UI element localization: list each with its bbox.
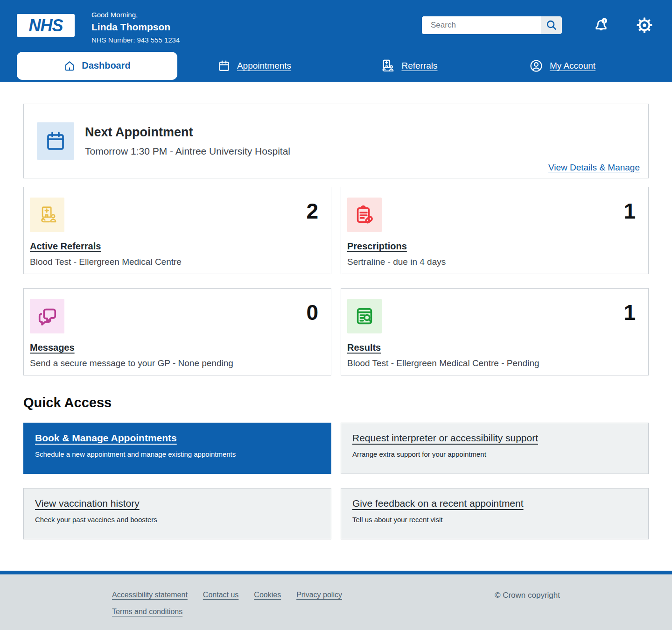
give-feedback-description: Tell us about your recent visit <box>352 516 637 524</box>
active-referrals-count: 2 <box>306 200 318 222</box>
chat-bubbles-icon <box>36 305 58 327</box>
user-name: Linda Thompson <box>91 21 180 33</box>
terms-and-conditions-link[interactable]: Terms and conditions <box>112 608 182 616</box>
prescriptions-card: 1 Prescriptions Sertraline - due in 4 da… <box>341 187 649 274</box>
request-interpreter-description: Arrange extra support for your appointme… <box>352 450 637 458</box>
main-nav: Dashboard Appointments <box>17 44 653 80</box>
give-feedback-link[interactable]: Give feedback on a recent appointment <box>352 498 524 509</box>
nav-appointments[interactable]: Appointments <box>177 58 331 74</box>
give-feedback-card[interactable]: Give feedback on a recent appointment Te… <box>341 488 649 539</box>
accessibility-statement-link[interactable]: Accessibility statement <box>112 591 188 599</box>
referral-icon <box>379 58 395 74</box>
prescriptions-link[interactable]: Prescriptions <box>347 241 407 252</box>
prescription-icon-box <box>347 198 382 232</box>
referral-icon-box <box>30 198 64 232</box>
nav-my-account[interactable]: My Account <box>485 58 639 74</box>
prescriptions-count: 1 <box>623 200 636 222</box>
messages-count: 0 <box>306 302 318 323</box>
privacy-policy-link[interactable]: Privacy policy <box>296 591 342 599</box>
search-icon <box>546 19 558 31</box>
results-icon-box <box>347 299 382 333</box>
messages-card: 0 Messages Send a secure message to your… <box>23 288 331 375</box>
prescription-clipboard-pill-icon <box>354 204 375 226</box>
request-interpreter-card[interactable]: Request interpreter or accessibility sup… <box>341 423 649 474</box>
calendar-icon <box>217 59 231 72</box>
calendar-icon <box>44 130 67 152</box>
greeting-text: Good Morning, <box>91 11 180 19</box>
vaccination-history-description: Check your past vaccines and boosters <box>35 516 320 524</box>
search-input[interactable] <box>422 16 541 34</box>
nav-dashboard[interactable]: Dashboard <box>17 52 177 80</box>
results-card: 1 Results Blood Test - Ellergreen Medica… <box>341 288 649 375</box>
search-button[interactable] <box>541 16 562 34</box>
contact-us-link[interactable]: Contact us <box>203 591 238 599</box>
book-manage-appointments-card[interactable]: Book & Manage Appointments Schedule a ne… <box>23 423 331 474</box>
main-content: Next Appointment Tomorrow 1:30 PM - Aint… <box>0 104 672 539</box>
quick-access-grid: Book & Manage Appointments Schedule a ne… <box>23 423 649 539</box>
active-referrals-link[interactable]: Active Referrals <box>30 241 101 252</box>
results-description: Blood Test - Ellergreen Medical Centre -… <box>347 358 636 368</box>
book-manage-appointments-link[interactable]: Book & Manage Appointments <box>35 432 177 444</box>
active-referrals-description: Blood Test - Ellergreen Medical Centre <box>30 257 318 267</box>
footer-divider <box>0 571 672 574</box>
gear-icon <box>636 16 653 34</box>
svg-text:!: ! <box>603 18 605 23</box>
app-header: NHS Good Morning, Linda Thompson NHS Num… <box>0 0 672 82</box>
messages-description: Send a secure message to your GP - None … <box>30 358 318 368</box>
request-interpreter-link[interactable]: Request interpreter or accessibility sup… <box>352 432 538 444</box>
active-referrals-card: 2 Active Referrals Blood Test - Ellergre… <box>23 187 331 274</box>
nav-referrals-label: Referrals <box>401 61 437 71</box>
vaccination-history-link[interactable]: View vaccination history <box>35 498 140 509</box>
nhs-number: NHS Number: 943 555 1234 <box>91 36 180 44</box>
notifications-button[interactable]: ! <box>593 16 609 34</box>
user-greeting-block: Good Morning, Linda Thompson NHS Number:… <box>91 10 180 44</box>
crown-copyright: © Crown copyright <box>495 591 560 600</box>
stats-grid: 2 Active Referrals Blood Test - Ellergre… <box>23 187 649 375</box>
nav-appointments-label: Appointments <box>237 61 291 71</box>
next-appointment-card: Next Appointment Tomorrow 1:30 PM - Aint… <box>23 104 649 178</box>
document-search-icon <box>354 305 375 327</box>
search-box <box>422 16 562 34</box>
nhs-logo[interactable]: NHS <box>17 14 75 37</box>
home-icon <box>63 60 76 72</box>
next-appointment-icon-box <box>37 122 74 160</box>
nav-my-account-label: My Account <box>550 61 595 71</box>
messages-icon-box <box>30 299 64 333</box>
referral-icon <box>36 204 58 226</box>
footer-links-row: Accessibility statement Contact us Cooki… <box>112 591 342 599</box>
prescriptions-description: Sertraline - due in 4 days <box>347 257 636 267</box>
book-manage-appointments-description: Schedule a new appointment and manage ex… <box>35 450 320 458</box>
nav-referrals[interactable]: Referrals <box>331 58 485 74</box>
page-footer: Accessibility statement Contact us Cooki… <box>0 571 672 630</box>
next-appointment-title: Next Appointment <box>85 125 290 140</box>
next-appointment-details: Tomorrow 1:30 PM - Aintree University Ho… <box>85 146 290 157</box>
results-link[interactable]: Results <box>347 342 381 353</box>
cookies-link[interactable]: Cookies <box>254 591 281 599</box>
view-details-manage-link[interactable]: View Details & Manage <box>548 163 640 173</box>
messages-link[interactable]: Messages <box>30 342 75 353</box>
bell-alert-icon: ! <box>593 16 609 34</box>
nav-dashboard-label: Dashboard <box>82 60 130 71</box>
results-count: 1 <box>623 302 636 323</box>
quick-access-heading: Quick Access <box>23 395 649 411</box>
vaccination-history-card[interactable]: View vaccination history Check your past… <box>23 488 331 539</box>
settings-button[interactable] <box>636 16 653 34</box>
person-circle-icon <box>529 59 543 73</box>
